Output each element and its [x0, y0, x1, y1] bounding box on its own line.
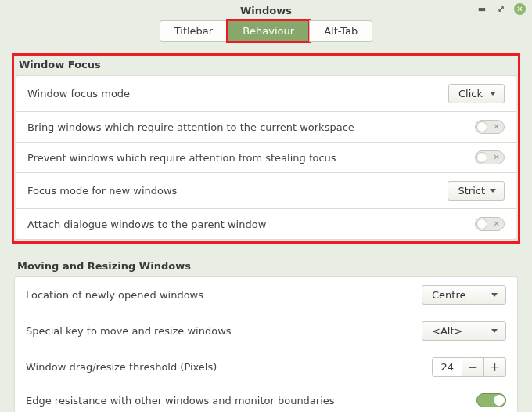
group-window-focus: Window Focus Window focus mode Click Bri…	[14, 56, 518, 241]
tab-titlebar-label: Titlebar	[174, 25, 213, 37]
threshold-minus-button[interactable]: −	[462, 357, 484, 377]
tab-bar: Titlebar Behaviour Alt-Tab	[0, 20, 532, 42]
tab-titlebar[interactable]: Titlebar	[160, 20, 228, 42]
titlebar: Windows ▬ ⤢ ✕	[0, 0, 532, 20]
window-title: Windows	[240, 5, 292, 16]
location-dropdown[interactable]: Centre	[422, 285, 506, 305]
row-threshold: Window drag/resize threshold (Pixels) 24…	[14, 349, 518, 385]
focus-mode-label: Window focus mode	[27, 88, 130, 99]
close-icon[interactable]: ✕	[514, 3, 526, 15]
chevron-down-icon	[490, 92, 496, 96]
row-special-key: Special key to move and resize windows <…	[14, 313, 518, 349]
tab-alttab-label: Alt-Tab	[324, 25, 358, 37]
row-new-focus-mode: Focus mode for new windows Strict	[16, 173, 516, 209]
edge-resistance-label: Edge resistance with other windows and m…	[26, 395, 335, 407]
window-controls: ▬ ⤢ ✕	[476, 3, 526, 15]
chevron-down-icon	[491, 293, 498, 297]
edge-resistance-toggle[interactable]	[476, 393, 506, 407]
threshold-spinner: 24 − +	[432, 357, 506, 377]
chevron-down-icon	[490, 189, 496, 193]
row-bring-attention: Bring windows which require attention to…	[16, 112, 516, 143]
attach-dialogue-label: Attach dialogue windows to the parent wi…	[27, 219, 266, 230]
tab-behaviour-label: Behaviour	[243, 25, 294, 37]
minimize-icon[interactable]: ▬	[476, 4, 487, 15]
special-key-dropdown[interactable]: <Alt>	[422, 321, 506, 341]
row-attach-dialogue: Attach dialogue windows to the parent wi…	[16, 209, 516, 240]
prevent-steal-label: Prevent windows which require attention …	[27, 152, 336, 164]
threshold-label: Window drag/resize threshold (Pixels)	[26, 361, 217, 373]
group-title-move: Moving and Resizing Windows	[14, 258, 518, 276]
row-location: Location of newly opened windows Centre	[14, 276, 518, 313]
row-edge-resistance: Edge resistance with other windows and m…	[14, 385, 518, 412]
prevent-steal-toggle[interactable]: ✕	[475, 150, 505, 164]
tab-alttab[interactable]: Alt-Tab	[309, 20, 372, 42]
new-focus-mode-value: Strict	[458, 185, 485, 197]
new-focus-mode-label: Focus mode for new windows	[27, 185, 177, 197]
special-key-label: Special key to move and resize windows	[26, 325, 232, 337]
row-prevent-steal: Prevent windows which require attention …	[16, 143, 516, 173]
focus-mode-value: Click	[458, 88, 483, 99]
row-focus-mode: Window focus mode Click	[16, 75, 516, 112]
bring-attention-label: Bring windows which require attention to…	[27, 121, 354, 133]
special-key-value: <Alt>	[432, 325, 462, 337]
maximize-icon[interactable]: ⤢	[495, 4, 506, 15]
group-title-focus: Window Focus	[16, 57, 516, 75]
location-value: Centre	[432, 289, 466, 301]
group-move-resize: Moving and Resizing Windows Location of …	[14, 258, 518, 412]
attach-dialogue-toggle[interactable]: ✕	[475, 217, 505, 231]
tab-behaviour[interactable]: Behaviour	[228, 20, 309, 42]
focus-mode-dropdown[interactable]: Click	[448, 84, 505, 103]
bring-attention-toggle[interactable]: ✕	[475, 120, 505, 134]
threshold-value[interactable]: 24	[432, 357, 462, 377]
location-label: Location of newly opened windows	[26, 289, 203, 301]
threshold-plus-button[interactable]: +	[484, 357, 506, 377]
new-focus-mode-dropdown[interactable]: Strict	[448, 181, 505, 201]
chevron-down-icon	[491, 329, 498, 333]
